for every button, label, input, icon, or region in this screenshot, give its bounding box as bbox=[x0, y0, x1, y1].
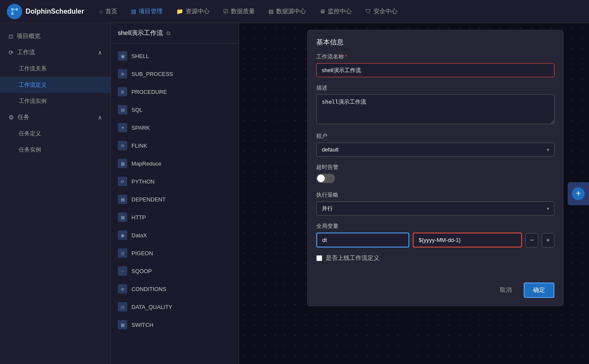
online-label: 是否上线工作流定义 bbox=[326, 254, 379, 262]
subprocess-icon: ⊕ bbox=[118, 69, 127, 79]
task-item-sql[interactable]: ▤ SQL bbox=[111, 101, 239, 119]
var-key-input[interactable] bbox=[316, 233, 409, 248]
task-item-dependent[interactable]: ▦ DEPENDENT bbox=[111, 190, 239, 208]
task-panel-header: shell演示工作流 ⧉ bbox=[111, 23, 239, 44]
task-item-data-quality[interactable]: ◎ DATA_QUALITY bbox=[111, 298, 239, 316]
add-node-button[interactable]: + bbox=[572, 187, 585, 200]
online-checkbox[interactable] bbox=[316, 255, 322, 261]
task-item-mapreduce[interactable]: ▦ MapReduce bbox=[111, 154, 239, 172]
svg-point-0 bbox=[11, 8, 14, 11]
security-icon: 🛡 bbox=[365, 8, 371, 15]
datasource-icon: ▤ bbox=[268, 8, 274, 15]
strategy-label: 执行策略 bbox=[316, 191, 554, 199]
tenant-group: 租户 default ▾ bbox=[316, 132, 554, 157]
workflow-icon: ⟳ bbox=[9, 49, 14, 56]
nav-security[interactable]: 🛡 安全中心 bbox=[360, 5, 402, 18]
task-item-sqoop[interactable]: ○ SQOOP bbox=[111, 262, 239, 280]
task-icon: ⚙ bbox=[9, 114, 14, 121]
workflow-name-input[interactable] bbox=[316, 63, 554, 77]
home-icon: ⌂ bbox=[99, 8, 103, 15]
task-list: ▣ SHELL ⊕ SUB_PROCESS ⊞ PROCEDURE ▤ SQL … bbox=[111, 44, 239, 363]
sidebar: ⊡ 项目概览 ⟳ 工作流 ∧ 工作流关系 工作流定义 工作流实例 ⚙ 任务 ∧ bbox=[0, 23, 111, 364]
dialog-footer: 取消 确定 bbox=[308, 277, 563, 306]
description-textarea[interactable]: shell演示工作流 bbox=[316, 94, 554, 124]
logo-icon bbox=[7, 4, 22, 19]
online-group: 是否上线工作流定义 bbox=[316, 254, 554, 262]
task-item-conditions[interactable]: ⊕ CONDITIONS bbox=[111, 280, 239, 298]
tenant-label: 租户 bbox=[316, 132, 554, 140]
project-icon: ▤ bbox=[131, 8, 136, 15]
dialog-body: 工作流名称* 描述 shell演示工作流 租户 de bbox=[308, 53, 563, 277]
python-icon: ⟳ bbox=[118, 177, 127, 186]
description-group: 描述 shell演示工作流 bbox=[316, 84, 554, 125]
global-var-label: 全局变量 bbox=[316, 222, 554, 230]
task-item-procedure[interactable]: ⊞ PROCEDURE bbox=[111, 83, 239, 101]
nav-resource[interactable]: 📁 资源中心 bbox=[171, 5, 215, 18]
sidebar-item-workflow-relation[interactable]: 工作流关系 bbox=[0, 61, 111, 77]
task-item-pigeon[interactable]: ◎ PIGEON bbox=[111, 244, 239, 262]
mapreduce-icon: ▦ bbox=[118, 159, 127, 168]
dialog-title: 基本信息 bbox=[308, 30, 563, 53]
side-button-area: + bbox=[568, 182, 589, 205]
timeout-group: 超时告警 bbox=[316, 163, 554, 184]
sidebar-item-task-definition[interactable]: 任务定义 bbox=[0, 125, 111, 142]
task-item-shell[interactable]: ▣ SHELL bbox=[111, 47, 239, 65]
shell-icon: ▣ bbox=[118, 51, 127, 61]
project-overview-icon: ⊡ bbox=[9, 33, 13, 40]
task-panel: shell演示工作流 ⧉ ▣ SHELL ⊕ SUB_PROCESS ⊞ PRO… bbox=[111, 23, 239, 364]
sidebar-item-project-overview[interactable]: ⊡ 项目概览 bbox=[0, 28, 111, 44]
nav-datasource[interactable]: ▤ 数据源中心 bbox=[263, 5, 311, 18]
data-quality-icon: ◎ bbox=[118, 302, 127, 312]
sql-icon: ▤ bbox=[118, 105, 127, 114]
var-value-input[interactable] bbox=[413, 233, 522, 248]
task-item-subprocess[interactable]: ⊕ SUB_PROCESS bbox=[111, 65, 239, 83]
side-bg: + bbox=[568, 182, 589, 205]
var-remove-button[interactable]: − bbox=[525, 233, 538, 248]
timeout-label: 超时告警 bbox=[316, 163, 554, 171]
sidebar-item-task-instance[interactable]: 任务实例 bbox=[0, 142, 111, 158]
var-add-button[interactable]: + bbox=[542, 233, 554, 248]
nav-home[interactable]: ⌂ 首页 bbox=[94, 5, 122, 18]
svg-point-2 bbox=[11, 12, 14, 15]
task-item-switch[interactable]: ▦ SWITCH bbox=[111, 316, 239, 334]
nav-project[interactable]: ▤ 项目管理 bbox=[126, 5, 168, 18]
sidebar-item-workflow-definition[interactable]: 工作流定义 bbox=[0, 77, 111, 93]
spark-icon: ✦ bbox=[118, 123, 127, 132]
main-layout: ⊡ 项目概览 ⟳ 工作流 ∧ 工作流关系 工作流定义 工作流实例 ⚙ 任务 ∧ bbox=[0, 23, 589, 364]
sidebar-item-task[interactable]: ⚙ 任务 ∧ bbox=[0, 109, 111, 125]
sidebar-item-workflow-instance[interactable]: 工作流实例 bbox=[0, 93, 111, 109]
svg-point-1 bbox=[15, 8, 18, 11]
app-logo: DolphinScheduler bbox=[7, 4, 84, 19]
task-item-python[interactable]: ⟳ PYTHON bbox=[111, 172, 239, 190]
task-item-http[interactable]: ▦ HTTP bbox=[111, 208, 239, 226]
sqoop-icon: ○ bbox=[118, 266, 127, 276]
task-item-flink[interactable]: ⟳ FLINK bbox=[111, 137, 239, 154]
strategy-select[interactable]: 并行 bbox=[316, 201, 554, 215]
datax-icon: ◉ bbox=[118, 230, 127, 240]
tenant-select-wrapper: default ▾ bbox=[316, 143, 554, 157]
copy-icon[interactable]: ⧉ bbox=[166, 30, 170, 37]
top-navigation: DolphinScheduler ⌂ 首页 ▤ 项目管理 📁 资源中心 ☑ 数据… bbox=[0, 0, 589, 23]
workflow-name-group: 工作流名称* bbox=[316, 53, 554, 77]
sidebar-item-workflow[interactable]: ⟳ 工作流 ∧ bbox=[0, 44, 111, 61]
conditions-icon: ⊕ bbox=[118, 284, 127, 294]
confirm-button[interactable]: 确定 bbox=[524, 282, 554, 298]
toggle-knob bbox=[317, 175, 325, 182]
description-label: 描述 bbox=[316, 84, 554, 92]
global-var-row: − + bbox=[316, 233, 554, 248]
nav-dataquality[interactable]: ☑ 数据质量 bbox=[218, 5, 260, 18]
strategy-group: 执行策略 并行 ▾ bbox=[316, 191, 554, 215]
task-item-spark[interactable]: ✦ SPARK bbox=[111, 119, 239, 137]
cancel-button[interactable]: 取消 bbox=[493, 284, 519, 297]
basic-info-dialog: 基本信息 工作流名称* 描述 shell演示工作流 bbox=[307, 30, 563, 306]
http-icon: ▦ bbox=[118, 213, 127, 222]
task-item-datax[interactable]: ◉ DataX bbox=[111, 226, 239, 244]
dependent-icon: ▦ bbox=[118, 195, 127, 204]
global-var-group: 全局变量 − + bbox=[316, 222, 554, 248]
dialog-overlay: 基本信息 工作流名称* 描述 shell演示工作流 bbox=[239, 23, 589, 364]
tenant-select[interactable]: default bbox=[316, 143, 554, 157]
timeout-toggle[interactable] bbox=[316, 174, 335, 183]
dataquality-icon: ☑ bbox=[223, 8, 228, 15]
workflow-name-label: 工作流名称* bbox=[316, 53, 554, 61]
nav-monitor[interactable]: 🖥 监控中心 bbox=[315, 5, 357, 18]
